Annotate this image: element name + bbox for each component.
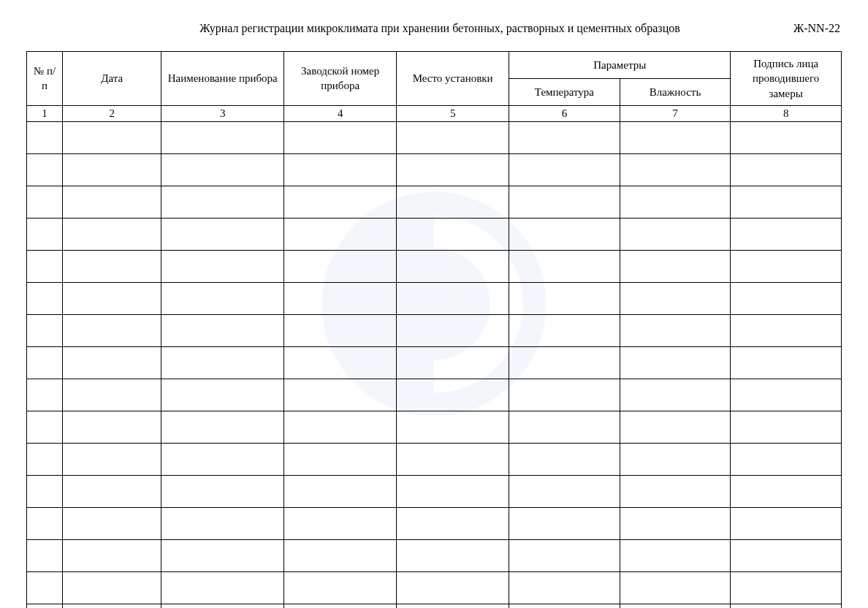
table-row (27, 153, 842, 186)
table-cell (161, 411, 284, 443)
column-number-row: 1 2 3 4 5 6 7 8 (27, 105, 842, 121)
table-cell (284, 443, 397, 475)
table-row (27, 604, 842, 608)
table-cell (731, 282, 842, 314)
table-cell (161, 282, 284, 314)
table-cell (397, 218, 509, 250)
table-cell (397, 379, 509, 411)
table-cell (284, 314, 397, 346)
header-col-date: Дата (62, 52, 161, 106)
table-row (27, 379, 842, 411)
table-cell (731, 218, 842, 250)
table-row (27, 443, 842, 475)
table-cell (27, 314, 63, 346)
table-cell (620, 250, 731, 282)
table-cell (27, 507, 63, 539)
table-cell (620, 411, 731, 443)
colnum-cell: 5 (397, 105, 509, 121)
table-cell (397, 475, 509, 507)
colnum-cell: 2 (62, 105, 161, 121)
header-col-params-group: Параметры (509, 52, 731, 79)
table-cell (509, 539, 620, 571)
table-cell (284, 539, 397, 571)
table-cell (731, 507, 842, 539)
table-cell (62, 379, 161, 411)
table-cell (27, 186, 63, 218)
document-code: Ж-NN-22 (793, 22, 840, 35)
table-cell (397, 411, 509, 443)
log-table: № п/п Дата Наименование прибора Заводско… (26, 51, 842, 608)
table-cell (509, 604, 620, 608)
table-cell (62, 250, 161, 282)
table-cell (62, 475, 161, 507)
table-cell (620, 604, 731, 608)
table-cell (27, 346, 63, 379)
table-row (27, 186, 842, 218)
table-cell (509, 282, 620, 314)
table-cell (284, 153, 397, 186)
table-cell (397, 539, 509, 571)
table-cell (161, 379, 284, 411)
table-cell (509, 379, 620, 411)
table-cell (284, 411, 397, 443)
header-col-num: № п/п (27, 52, 63, 106)
table-body (27, 121, 842, 608)
colnum-cell: 8 (731, 105, 842, 121)
table-cell (62, 186, 161, 218)
table-cell (509, 250, 620, 282)
table-cell (161, 218, 284, 250)
table-cell (62, 314, 161, 346)
table-cell (397, 282, 509, 314)
table-cell (161, 604, 284, 608)
table-cell (161, 250, 284, 282)
header-col-humidity: Влажность (620, 78, 731, 105)
table-cell (509, 475, 620, 507)
table-cell (620, 571, 731, 604)
table-row (27, 121, 842, 153)
table-cell (620, 282, 731, 314)
header: Журнал регистрации микроклимата при хран… (26, 22, 842, 35)
table-cell (509, 218, 620, 250)
table-cell (731, 411, 842, 443)
table-cell (27, 250, 63, 282)
table-row (27, 571, 842, 604)
table-header: № п/п Дата Наименование прибора Заводско… (27, 52, 842, 106)
table-cell (509, 411, 620, 443)
table-cell (27, 571, 63, 604)
table-cell (731, 571, 842, 604)
table-cell (397, 314, 509, 346)
table-cell (731, 379, 842, 411)
table-cell (731, 475, 842, 507)
table-row (27, 475, 842, 507)
colnum-cell: 6 (509, 105, 620, 121)
table-cell (284, 379, 397, 411)
table-cell (27, 282, 63, 314)
table-cell (284, 346, 397, 379)
table-cell (620, 153, 731, 186)
table-cell (731, 443, 842, 475)
header-col-location: Место установки (397, 52, 509, 106)
table-cell (27, 475, 63, 507)
table-cell (284, 121, 397, 153)
document-page: Журнал регистрации микроклимата при хран… (0, 0, 868, 608)
table-row (27, 282, 842, 314)
colnum-cell: 1 (27, 105, 63, 121)
table-cell (620, 539, 731, 571)
table-cell (397, 507, 509, 539)
table-cell (731, 346, 842, 379)
table-cell (27, 604, 63, 608)
table-cell (161, 346, 284, 379)
table-cell (284, 475, 397, 507)
table-cell (284, 571, 397, 604)
header-col-signature: Подпись лица проводившего замеры (731, 52, 842, 106)
table-cell (397, 186, 509, 218)
table-row (27, 314, 842, 346)
table-cell (620, 314, 731, 346)
table-cell (509, 346, 620, 379)
table-cell (27, 539, 63, 571)
table-cell (62, 571, 161, 604)
table-row (27, 539, 842, 571)
table-cell (161, 507, 284, 539)
table-cell (731, 153, 842, 186)
table-row (27, 218, 842, 250)
